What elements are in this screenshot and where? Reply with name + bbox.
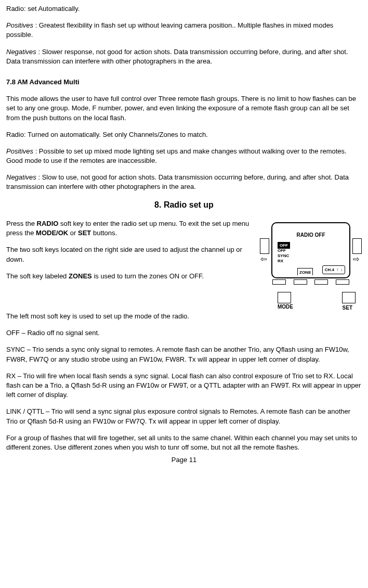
label-positives: Positives xyxy=(6,21,33,29)
text-line: Radio: Turned on automatically. Set only… xyxy=(6,130,362,139)
text: or xyxy=(68,229,78,237)
lcd-channel-label: CH.4 xyxy=(325,267,334,273)
text-paragraph: RX – Trio will fire when local flash sen… xyxy=(6,372,362,400)
soft-keys-row xyxy=(272,279,349,285)
kw-zones: ZONES xyxy=(69,272,92,280)
soft-key xyxy=(294,279,307,285)
text-paragraph: SYNC – Trio sends a sync only signal to … xyxy=(6,345,362,364)
text: : Slow to use, not good for action shots… xyxy=(6,173,349,190)
kw-mode-ok: MODE/OK xyxy=(36,229,68,237)
text: Press the xyxy=(6,220,37,227)
text-paragraph: The left most soft key is used to set up… xyxy=(6,312,362,321)
text-paragraph: Press the RADIO soft key to enter the ra… xyxy=(6,219,257,238)
hard-keys-row xyxy=(278,292,356,303)
text-paragraph: Positives : Possible to set up mixed mod… xyxy=(6,147,362,165)
text: is used to turn the zones ON or OFF. xyxy=(92,272,204,280)
text-paragraph: This mode allows the user to have full c… xyxy=(6,94,362,123)
text-line: OFF – Radio off no signal sent. xyxy=(6,328,362,338)
lcd-opt-rx: RX xyxy=(278,259,289,264)
arrow-up-icon: ↑ xyxy=(336,267,338,273)
page-number: Page 11 xyxy=(6,455,362,465)
text-paragraph: LINK / QTTL – Trio will send a sync sign… xyxy=(6,407,362,426)
mode-label: MODE xyxy=(278,304,293,312)
label-negatives: Negatives xyxy=(6,48,36,56)
set-label: SET xyxy=(341,304,352,312)
text-paragraph: Negatives : Slower response, not good fo… xyxy=(6,47,362,66)
heading-8: 8. Radio set up xyxy=(6,199,362,211)
lcd-zone-box: ZONE xyxy=(297,268,313,275)
lcd-diagram: ⇦ RADIO OFF OFF OFF SYNC RX ZONE CH.4 ↑ … xyxy=(260,222,362,312)
heading-7-8: 7.8 AM Advanced Multi xyxy=(6,78,362,87)
mode-button xyxy=(278,292,291,303)
text-paragraph: The soft key labeled ZONES is used to tu… xyxy=(6,272,257,281)
text-paragraph: Negatives : Slow to use, not good for ac… xyxy=(6,173,362,191)
text: The soft key labeled xyxy=(6,272,69,280)
text: : Possible to set up mixed mode lighting… xyxy=(6,147,347,164)
arrow-down-icon: ↓ xyxy=(340,267,343,273)
text: buttons. xyxy=(91,229,117,237)
lcd-title: RADIO OFF xyxy=(272,232,349,239)
label-negatives: Negatives xyxy=(6,173,36,181)
soft-key xyxy=(336,279,349,285)
lcd-opt-off: OFF xyxy=(278,248,289,253)
lcd-screen: RADIO OFF OFF OFF SYNC RX ZONE CH.4 ↑ ↓ xyxy=(271,222,350,278)
lcd-channel-box: CH.4 ↑ ↓ xyxy=(322,265,345,274)
set-button xyxy=(342,292,356,303)
text-paragraph: For a group of flashes that will fire to… xyxy=(6,433,362,452)
soft-key xyxy=(314,279,328,285)
text-paragraph: Positives : Greatest flexibility in flas… xyxy=(6,21,362,40)
kw-radio: RADIO xyxy=(37,220,59,227)
text-line: Radio: set Automatically. xyxy=(6,4,362,14)
soft-key xyxy=(272,279,286,285)
arrow-left-icon: ⇦ xyxy=(260,255,267,263)
side-key-right xyxy=(352,238,362,254)
text: : Greatest flexibility in flash set up w… xyxy=(6,21,333,39)
kw-set: SET xyxy=(78,229,91,237)
text: : Slower response, not good for action s… xyxy=(6,48,348,65)
lcd-option-list: OFF SYNC RX xyxy=(278,248,289,264)
arrow-right-icon: ⇨ xyxy=(352,255,360,263)
text-paragraph: The two soft keys located on the right s… xyxy=(6,245,257,264)
lcd-opt-sync: SYNC xyxy=(278,253,289,259)
side-key-left xyxy=(260,238,269,254)
label-positives: Positives xyxy=(6,147,33,155)
